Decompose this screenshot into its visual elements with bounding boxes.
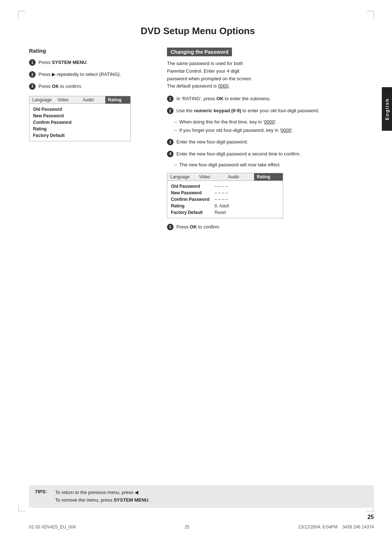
menu-item-old-password: Old Password xyxy=(33,106,127,113)
menu-table-2: Language Video Audio Rating Old Password… xyxy=(167,173,283,218)
right-step-num-1: 1 xyxy=(167,96,173,102)
header-audio: Audio xyxy=(80,96,105,104)
default-password: 0000 xyxy=(218,83,229,89)
step-num-3: 3 xyxy=(29,83,36,90)
menu-table-2-body: Old Password – – – – New Password – – – … xyxy=(167,181,283,218)
footer-left: 01-30 XDV425_EU_004 xyxy=(29,524,76,530)
menu2-value-confirm-password: – – – – xyxy=(215,197,228,202)
header-language: Language xyxy=(29,96,55,104)
right-step-num-2: 2 xyxy=(167,108,173,114)
corner-mark-tr xyxy=(367,11,374,18)
footer-right: 23/12/2004, 6:04PM 3439 246 14374 xyxy=(298,524,374,530)
menu-table-1-body: Old Password New Password Confirm Passwo… xyxy=(29,104,130,141)
right-step-num-5: 5 xyxy=(167,224,173,230)
right-step-4-arrow-1: The new four-digit password will now tak… xyxy=(167,161,367,169)
page-wrapper: English DVD Setup Menu Options Rating 1 … xyxy=(0,0,392,555)
right-step-5-text: Press OK to confirm. xyxy=(176,223,220,231)
right-step-num-3: 3 xyxy=(167,139,173,145)
menu-item-new-password: New Password xyxy=(33,113,127,119)
left-step-1-text: Press SYSTEM MENU. xyxy=(38,59,88,66)
page-title: DVD Setup Menu Options xyxy=(29,22,367,37)
right-step-3: 3 Enter the new four-digit password. xyxy=(167,138,367,146)
menu2-row-factory-default: Factory Default Reset xyxy=(171,209,279,216)
menu2-row-rating: Rating 8. Adult xyxy=(171,203,279,209)
left-step-1: 1 Press SYSTEM MENU. xyxy=(29,59,152,66)
right-step-5: 5 Press OK to confirm. xyxy=(167,223,367,231)
menu-table-1-header: Language Video Audio Rating xyxy=(29,96,130,104)
menu2-row-confirm-password: Confirm Password – – – – xyxy=(171,196,279,203)
menu-table-2-header: Language Video Audio Rating xyxy=(167,173,283,181)
menu2-label-confirm-password: Confirm Password xyxy=(171,197,215,202)
right-step-4-text: Enter the new four-digit password a seco… xyxy=(176,150,301,158)
right-step-1-text: In 'RATING', press OK to enter the subme… xyxy=(176,95,271,103)
menu-item-rating: Rating xyxy=(33,126,127,132)
menu2-label-rating: Rating xyxy=(171,203,215,208)
right-step-2-text: Use the numeric keypad (0-9) to enter yo… xyxy=(176,107,319,115)
menu2-value-old-password: – – – – xyxy=(215,184,228,189)
left-step-2: 2 Press ▶ repeatedly to select {RATING}. xyxy=(29,71,152,78)
menu2-label-new-password: New Password xyxy=(171,190,215,195)
menu-item-confirm-password: Confirm Password xyxy=(33,119,127,126)
right-step-4-main: 4 Enter the new four-digit password a se… xyxy=(167,150,367,158)
right-step-3-text: Enter the new four-digit password. xyxy=(176,138,248,146)
menu2-value-new-password: – – – – xyxy=(215,190,228,195)
language-tab: English xyxy=(382,87,392,131)
right-section-heading-box: Changing the Password xyxy=(167,48,367,60)
menu2-value-rating: 8. Adult xyxy=(215,203,229,208)
footer-center: 25 xyxy=(185,524,189,530)
right-step-2-arrow-2: If you forget your old four-digit passwo… xyxy=(167,127,367,134)
footer: 01-30 XDV425_EU_004 25 23/12/2004, 6:04P… xyxy=(29,524,374,530)
left-column: Rating 1 Press SYSTEM MENU. 2 Press ▶ re… xyxy=(29,48,152,235)
step-num-1: 1 xyxy=(29,59,36,66)
step-num-2: 2 xyxy=(29,71,36,78)
right-step-2-arrow-1: When doing this for the first time, key … xyxy=(167,118,367,126)
menu2-value-factory-default: Reset xyxy=(215,210,226,215)
header-video: Video xyxy=(55,96,80,104)
corner-mark-tl xyxy=(18,11,25,18)
menu2-row-new-password: New Password – – – – xyxy=(171,190,279,196)
left-step-3: 3 Press OK to confirm. xyxy=(29,83,152,90)
header-rating-active: Rating xyxy=(105,96,131,104)
menu-item-factory-default: Factory Default xyxy=(33,132,127,139)
right-step-2-main: 2 Use the numeric keypad (0-9) to enter … xyxy=(167,107,367,115)
menu2-header-language: Language xyxy=(167,173,196,181)
right-step-4: 4 Enter the new four-digit password a se… xyxy=(167,150,367,169)
left-step-2-text: Press ▶ repeatedly to select {RATING}. xyxy=(38,71,121,78)
left-section-heading: Rating xyxy=(29,48,152,54)
menu2-label-factory-default: Factory Default xyxy=(171,210,215,215)
menu2-label-old-password: Old Password xyxy=(171,184,215,189)
menu2-header-rating-active: Rating xyxy=(254,173,283,181)
footer-barcode: 3439 246 14374 xyxy=(342,524,374,530)
page-number: 25 xyxy=(367,514,374,520)
language-tab-label: English xyxy=(384,98,390,120)
tips-label: TIPS: xyxy=(35,489,49,494)
page-number-value: 25 xyxy=(367,514,374,520)
menu2-header-audio: Audio xyxy=(225,173,254,181)
menu-table-1: Language Video Audio Rating Old Password… xyxy=(29,96,131,141)
main-content: Rating 1 Press SYSTEM MENU. 2 Press ▶ re… xyxy=(29,48,367,235)
tips-text: To return to the previous menu, press ◀ … xyxy=(55,489,150,504)
menu2-header-video: Video xyxy=(196,173,225,181)
right-column: Changing the Password The same password … xyxy=(167,48,367,235)
right-step-2: 2 Use the numeric keypad (0-9) to enter … xyxy=(167,107,367,134)
right-step-1: 1 In 'RATING', press OK to enter the sub… xyxy=(167,95,367,103)
corner-mark-bl xyxy=(18,504,25,511)
tips-section: TIPS: To return to the previous menu, pr… xyxy=(29,485,374,508)
menu2-row-old-password: Old Password – – – – xyxy=(171,183,279,190)
right-step-num-4: 4 xyxy=(167,151,173,157)
footer-date: 23/12/2004, 6:04PM xyxy=(298,524,338,530)
right-section-heading: Changing the Password xyxy=(167,48,232,56)
left-step-3-text: Press OK to confirm. xyxy=(38,83,82,90)
intro-text: The same password is used for both Paren… xyxy=(167,60,367,90)
